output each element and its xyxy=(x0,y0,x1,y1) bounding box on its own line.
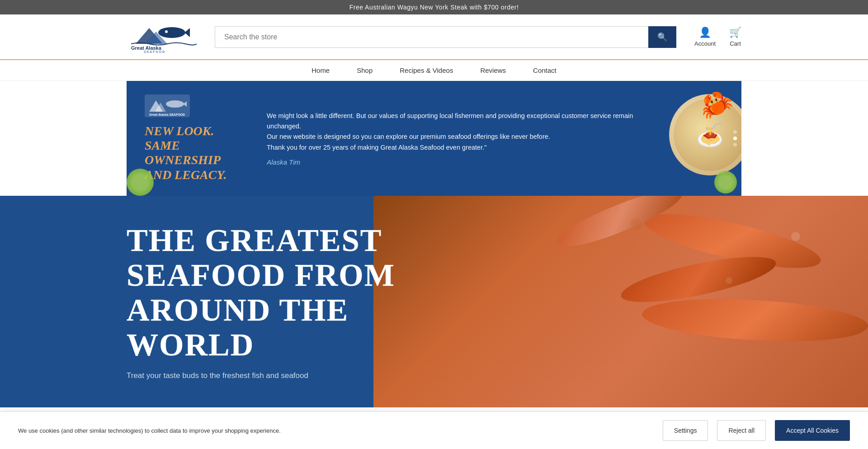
carousel-logo: Great Alaska SEAFOOD xyxy=(145,95,190,117)
carousel-dot-3[interactable] xyxy=(733,143,737,147)
svg-point-9 xyxy=(166,100,184,108)
carousel-signature: Alaska Tim xyxy=(267,158,637,166)
search-input[interactable] xyxy=(215,26,648,48)
carousel-body-text: We might look a little different. But ou… xyxy=(267,111,637,153)
search-button[interactable]: 🔍 xyxy=(648,26,676,48)
top-banner: Free Australian Wagyu New York Steak wit… xyxy=(0,0,868,14)
carousel-heading: NEW LOOK.SAME OWNERSHIPAND LEGACY. xyxy=(145,124,235,182)
account-label: Account xyxy=(694,40,716,47)
carousel-dot-1[interactable] xyxy=(733,130,737,134)
top-banner-text: Free Australian Wagyu New York Steak wit… xyxy=(349,4,519,11)
svg-text:Great Alaska SEAFOOD: Great Alaska SEAFOOD xyxy=(149,113,185,116)
header-actions: 👤 Account 🛒 Cart xyxy=(694,27,741,47)
hero-title-line2: SEAFOOD FROM xyxy=(127,258,443,293)
lime-decoration-left xyxy=(127,169,154,196)
cart-label: Cart xyxy=(730,40,741,47)
logo-area[interactable]: Great Alaska SEAFOOD xyxy=(127,19,197,55)
lime-decoration-right xyxy=(714,171,737,194)
svg-point-4 xyxy=(165,30,168,33)
cart-icon: 🛒 xyxy=(729,27,741,38)
hero-title: THE GREATEST SEAFOOD FROM AROUND THE WOR… xyxy=(127,223,443,362)
carousel-dots xyxy=(733,130,737,147)
hero-subtitle: Treat your taste buds to the freshest fi… xyxy=(127,371,443,380)
site-logo[interactable]: Great Alaska SEAFOOD xyxy=(127,19,197,53)
nav-item-home[interactable]: Home xyxy=(311,66,330,74)
nav-item-reviews[interactable]: Reviews xyxy=(480,66,506,74)
cart-button[interactable]: 🛒 Cart xyxy=(729,27,741,47)
search-area: 🔍 xyxy=(215,26,676,48)
svg-marker-10 xyxy=(183,101,187,107)
hero-bg-right xyxy=(373,196,868,407)
carousel-banner: Great Alaska SEAFOOD NEW LOOK.SAME OWNER… xyxy=(127,81,741,196)
nav-item-shop[interactable]: Shop xyxy=(357,66,373,74)
svg-point-2 xyxy=(158,27,185,38)
nav-item-recipes[interactable]: Recipes & Videos xyxy=(400,66,453,74)
hero-title-line3: AROUND THE WORLD xyxy=(127,293,443,362)
header: Great Alaska SEAFOOD 🔍 👤 Account 🛒 Cart xyxy=(0,14,868,60)
hero-content: THE GREATEST SEAFOOD FROM AROUND THE WOR… xyxy=(127,223,443,380)
svg-text:SEAFOOD: SEAFOOD xyxy=(144,50,165,53)
account-button[interactable]: 👤 Account xyxy=(694,27,716,47)
main-nav: Home Shop Recipes & Videos Reviews Conta… xyxy=(0,60,868,81)
carousel-dot-2[interactable] xyxy=(733,137,737,140)
hero-section: THE GREATEST SEAFOOD FROM AROUND THE WOR… xyxy=(0,196,868,407)
svg-marker-3 xyxy=(184,28,190,37)
search-icon: 🔍 xyxy=(657,33,667,42)
nav-item-contact[interactable]: Contact xyxy=(533,66,557,74)
carousel-right: 🍝 🦀 xyxy=(651,81,741,196)
hero-title-line1: THE GREATEST xyxy=(127,223,443,258)
carousel-middle: We might look a little different. But ou… xyxy=(253,81,651,196)
account-icon: 👤 xyxy=(699,27,711,38)
